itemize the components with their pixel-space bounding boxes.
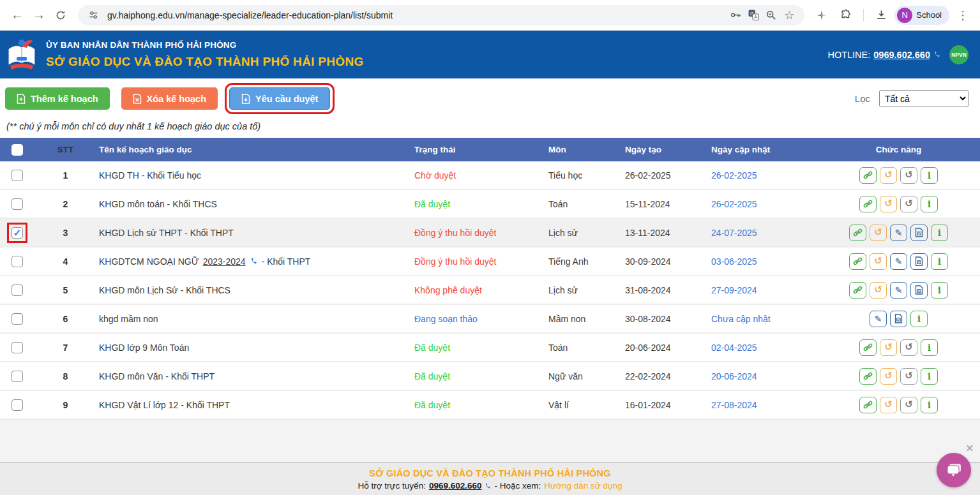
plan-name-text: KHGD Lịch sử THPT - Khối THPT xyxy=(99,228,234,238)
link-action-button[interactable] xyxy=(859,397,877,413)
plan-name: KHGD môn toán - Khối THCS xyxy=(86,199,412,209)
edit-action-button[interactable]: ✎ xyxy=(870,311,887,327)
updated-date-link[interactable]: 27-08-2024 xyxy=(709,400,817,410)
browser-menu-icon[interactable]: ⋮ xyxy=(952,4,974,26)
browser-profile[interactable]: N School xyxy=(894,6,949,25)
revoke-action-button[interactable]: ↺ xyxy=(900,196,917,212)
row-checkbox[interactable] xyxy=(11,198,23,210)
link-action-button[interactable] xyxy=(849,225,866,241)
info-action-button[interactable]: i xyxy=(921,339,938,356)
history-action-button[interactable]: ↺ xyxy=(880,167,897,184)
history-action-button[interactable]: ↺ xyxy=(870,225,887,241)
reload-icon[interactable] xyxy=(50,4,72,26)
subject-text: Toán xyxy=(546,199,622,209)
checkbox-annotation-wrap xyxy=(11,371,23,382)
zoom-icon[interactable] xyxy=(762,6,780,24)
department-title: SỞ GIÁO DỤC VÀ ĐÀO TẠO THÀNH PHỐ HẢI PHÒ… xyxy=(46,55,827,69)
info-action-button[interactable]: i xyxy=(931,225,948,241)
updated-date-link[interactable]: 26-02-2025 xyxy=(709,170,817,181)
updated-date-link[interactable]: 20-06-2024 xyxy=(709,371,817,381)
created-date: 30-09-2024 xyxy=(622,256,709,267)
history-action-button[interactable]: ↺ xyxy=(870,282,887,299)
edit-action-button[interactable]: ✎ xyxy=(890,282,907,299)
revoke-action-button[interactable]: ↺ xyxy=(900,368,917,385)
history-action-button[interactable]: ↺ xyxy=(880,339,897,356)
export-word-action-button[interactable]: W xyxy=(910,282,928,299)
add-plan-button[interactable]: Thêm kế hoạch xyxy=(5,87,110,110)
row-checkbox[interactable] xyxy=(11,256,23,267)
header-stt: STT xyxy=(45,145,86,154)
forward-icon[interactable]: → xyxy=(28,4,50,26)
hotline-number[interactable]: 0969.602.660 xyxy=(873,50,930,60)
info-action-button[interactable]: i xyxy=(921,397,938,413)
history-action-button[interactable]: ↺ xyxy=(880,196,897,212)
filter-select[interactable]: Tất cả xyxy=(879,90,969,107)
extensions-puzzle-icon[interactable] xyxy=(835,4,857,26)
status-text: Không phê duyệt xyxy=(412,285,546,295)
updated-date-link[interactable]: 27-09-2024 xyxy=(709,285,817,295)
row-checkbox[interactable] xyxy=(11,227,23,239)
updated-date-link[interactable]: 26-02-2025 xyxy=(709,199,817,209)
extension-sparkle-icon[interactable] xyxy=(811,4,833,26)
export-word-action-button[interactable]: W xyxy=(890,311,907,327)
updated-date-link[interactable]: 02-04-2025 xyxy=(709,343,817,353)
file-submit-icon xyxy=(241,94,250,104)
undo-icon: ↺ xyxy=(905,343,913,352)
row-checkbox[interactable] xyxy=(11,342,23,353)
history-action-button[interactable]: ↺ xyxy=(870,253,887,270)
row-checkbox[interactable] xyxy=(11,399,23,411)
select-all-checkbox[interactable] xyxy=(11,144,23,156)
edit-action-button[interactable]: ✎ xyxy=(890,253,907,270)
edit-action-button[interactable]: ✎ xyxy=(890,225,907,241)
updated-date-link[interactable]: 03-06-2025 xyxy=(709,256,817,267)
row-checkbox[interactable] xyxy=(11,170,23,181)
bookmark-star-icon[interactable]: ☆ xyxy=(780,6,798,24)
created-date: 13-11-2024 xyxy=(622,228,709,238)
user-avatar[interactable]: NPVN xyxy=(949,45,969,64)
row-checkbox[interactable] xyxy=(11,284,23,296)
created-date: 22-02-2024 xyxy=(622,371,709,381)
link-action-button[interactable] xyxy=(849,282,866,299)
row-checkbox[interactable] xyxy=(11,313,23,325)
url-text[interactable]: gv.haiphong.edu.vn/manage-specialize/lea… xyxy=(107,10,727,20)
link-action-button[interactable] xyxy=(859,196,877,212)
info-action-button[interactable]: i xyxy=(931,282,948,299)
history-action-button[interactable]: ↺ xyxy=(880,368,897,385)
export-word-action-button[interactable]: W xyxy=(910,253,928,270)
link-action-button[interactable] xyxy=(859,167,877,184)
info-action-button[interactable]: i xyxy=(910,311,928,327)
info-action-button[interactable]: i xyxy=(921,167,938,184)
revoke-action-button[interactable]: ↺ xyxy=(900,397,917,413)
export-word-action-button[interactable]: W xyxy=(910,225,928,241)
revoke-action-button[interactable]: ↺ xyxy=(900,167,917,184)
info-action-button[interactable]: i xyxy=(921,368,938,385)
plan-name: KHGD lớp 9 Môn Toán xyxy=(86,343,412,353)
info-action-button[interactable]: i xyxy=(921,196,938,212)
support-phone[interactable]: 0969.602.660 xyxy=(429,481,482,491)
user-guide-link[interactable]: Hướng dẫn sử dụng xyxy=(544,481,622,491)
password-key-icon[interactable] xyxy=(727,6,744,24)
chat-close-icon[interactable]: ✕ xyxy=(965,443,974,454)
updated-date-link[interactable]: Chưa cập nhật xyxy=(709,314,817,324)
site-settings-icon[interactable] xyxy=(84,6,102,24)
updated-date-link[interactable]: 24-07-2025 xyxy=(709,228,817,238)
translate-icon[interactable]: GA xyxy=(744,6,762,24)
chat-bubble-button[interactable] xyxy=(937,453,971,487)
add-plan-label: Thêm kế hoạch xyxy=(31,94,98,104)
address-bar[interactable]: gv.haiphong.edu.vn/manage-specialize/lea… xyxy=(78,5,804,26)
delete-plan-button[interactable]: Xóa kế hoạch xyxy=(121,87,218,110)
link-action-button[interactable] xyxy=(849,253,866,270)
request-approval-button[interactable]: Yêu cầu duyệt xyxy=(229,87,330,110)
plan-name: khgd mầm non xyxy=(86,314,412,324)
link-action-button[interactable] xyxy=(859,339,877,356)
checkbox-annotation-wrap xyxy=(11,198,23,210)
revoke-action-button[interactable]: ↺ xyxy=(900,339,917,356)
download-icon[interactable] xyxy=(870,4,892,26)
info-action-button[interactable]: i xyxy=(931,253,948,270)
link-action-button[interactable] xyxy=(859,368,877,385)
content-toolbar: Thêm kế hoạch Xóa kế hoạch Yêu cầu duyệt… xyxy=(0,78,980,131)
back-icon[interactable]: ← xyxy=(6,4,28,26)
row-checkbox[interactable] xyxy=(11,371,23,382)
subject-text: Mầm non xyxy=(546,314,622,324)
history-action-button[interactable]: ↺ xyxy=(880,397,897,413)
